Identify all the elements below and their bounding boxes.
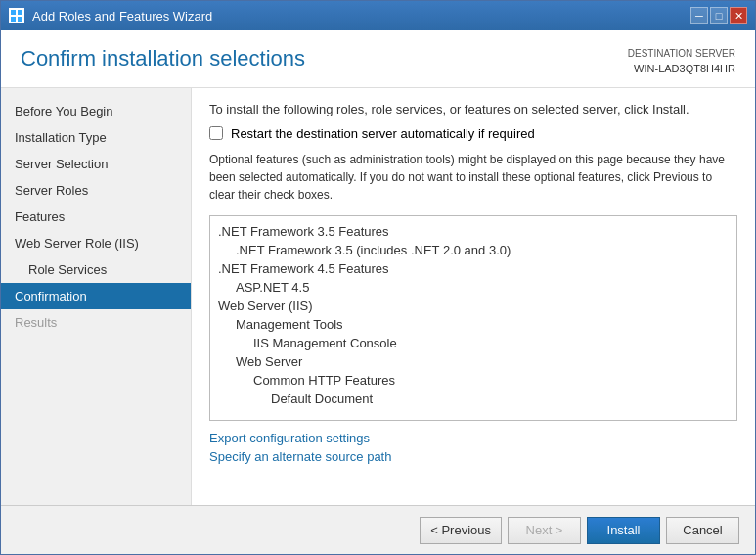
- sidebar-item-results: Results: [1, 309, 191, 336]
- features-list[interactable]: .NET Framework 3.5 Features .NET Framewo…: [209, 215, 737, 421]
- minimize-button[interactable]: ─: [690, 7, 708, 24]
- restart-checkbox-row: Restart the destination server automatic…: [209, 126, 737, 141]
- footer: < Previous Next > Install Cancel: [1, 505, 755, 554]
- sidebar-item-server-selection[interactable]: Server Selection: [1, 151, 191, 177]
- title-bar: Add Roles and Features Wizard ─ □ ✕: [1, 1, 755, 30]
- main-body: Before You Begin Installation Type Serve…: [1, 88, 755, 506]
- sidebar-item-server-roles[interactable]: Server Roles: [1, 177, 191, 204]
- content-panel: To install the following roles, role ser…: [192, 88, 755, 506]
- links-section: Export configuration settings Specify an…: [209, 431, 737, 464]
- list-item: .NET Framework 3.5 Features: [218, 222, 729, 241]
- list-item: .NET Framework 3.5 (includes .NET 2.0 an…: [218, 241, 729, 259]
- cancel-button[interactable]: Cancel: [666, 517, 739, 544]
- list-item: Management Tools: [218, 315, 729, 334]
- destination-server-label: DESTINATION SERVER: [628, 46, 735, 61]
- sidebar-item-role-services[interactable]: Role Services: [1, 256, 191, 283]
- note-text: Optional features (such as administratio…: [209, 151, 737, 204]
- sidebar-item-web-server-role[interactable]: Web Server Role (IIS): [1, 230, 191, 256]
- app-icon: [9, 8, 24, 23]
- list-item: IIS Management Console: [218, 334, 729, 352]
- destination-server-value: WIN-LAD3QT8H4HR: [628, 61, 735, 77]
- svg-rect-2: [11, 17, 16, 22]
- list-item: Common HTTP Features: [218, 371, 729, 390]
- title-bar-left: Add Roles and Features Wizard: [9, 8, 212, 23]
- page-title: Confirm installation selections: [21, 46, 305, 71]
- restart-checkbox-label: Restart the destination server automatic…: [231, 126, 535, 141]
- header-section: Confirm installation selections DESTINAT…: [1, 30, 755, 88]
- svg-rect-0: [11, 10, 16, 15]
- next-button[interactable]: Next >: [508, 517, 581, 544]
- export-config-link[interactable]: Export configuration settings: [209, 431, 737, 445]
- destination-server-info: DESTINATION SERVER WIN-LAD3QT8H4HR: [628, 46, 735, 77]
- list-item: .NET Framework 4.5 Features: [218, 259, 729, 278]
- sidebar: Before You Begin Installation Type Serve…: [1, 88, 192, 506]
- close-button[interactable]: ✕: [730, 7, 747, 24]
- sidebar-item-confirmation[interactable]: Confirmation: [1, 283, 191, 309]
- sidebar-item-installation-type[interactable]: Installation Type: [1, 124, 191, 151]
- sidebar-item-features[interactable]: Features: [1, 204, 191, 230]
- install-button[interactable]: Install: [587, 517, 660, 544]
- previous-button[interactable]: < Previous: [420, 517, 502, 544]
- window-title: Add Roles and Features Wizard: [32, 9, 212, 23]
- list-item: Default Document: [218, 390, 729, 408]
- content-area: Confirm installation selections DESTINAT…: [1, 30, 755, 554]
- alternate-source-link[interactable]: Specify an alternate source path: [209, 449, 737, 464]
- list-item: Web Server (IIS): [218, 297, 729, 315]
- sidebar-item-before-you-begin[interactable]: Before You Begin: [1, 98, 191, 124]
- list-item: Web Server: [218, 352, 729, 371]
- maximize-button[interactable]: □: [710, 7, 728, 24]
- svg-rect-3: [18, 17, 22, 22]
- svg-rect-1: [18, 10, 22, 15]
- window-controls: ─ □ ✕: [690, 7, 747, 24]
- intro-text: To install the following roles, role ser…: [209, 102, 737, 116]
- wizard-window: Add Roles and Features Wizard ─ □ ✕ Conf…: [0, 0, 756, 555]
- list-item: ASP.NET 4.5: [218, 278, 729, 297]
- restart-checkbox[interactable]: [209, 126, 223, 140]
